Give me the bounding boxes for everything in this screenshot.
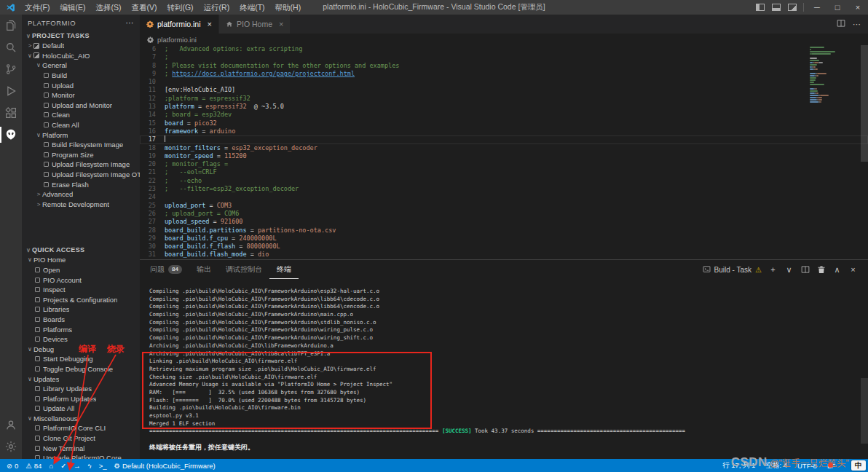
sidebar-item-miscellaneous[interactable]: ∨Miscellaneous — [22, 414, 140, 424]
editor-scrollbar[interactable] — [861, 45, 868, 259]
code-line[interactable]: 17 — [140, 135, 868, 143]
close-icon[interactable]: × — [208, 20, 212, 28]
breadcrumb[interactable]: platformio.ini — [140, 34, 868, 45]
minimap[interactable] — [810, 47, 858, 103]
sidebar-item-upload-filesystem-image[interactable]: Upload Filesystem Image — [22, 160, 140, 170]
code-line[interactable]: 21; --eol=CRLF — [140, 168, 868, 176]
minimize-button[interactable]: ─ — [807, 0, 827, 15]
sidebar-item-platform[interactable]: ∨Platform — [22, 130, 140, 140]
menu-选择-s[interactable]: 选择(S) — [90, 0, 126, 15]
panel-tab-问题[interactable]: 问题84 — [143, 260, 189, 279]
sidebar-item-platforms[interactable]: Platforms — [22, 324, 140, 334]
terminal-picker[interactable]: Build - Task ⚠ — [703, 265, 762, 275]
sidebar-item-upload-filesystem-image-ota[interactable]: Upload Filesystem Image OTA — [22, 170, 140, 180]
source-control-icon[interactable] — [0, 58, 22, 80]
maximize-button[interactable]: □ — [827, 0, 848, 15]
panel-tab-终端[interactable]: 终端 — [269, 260, 299, 279]
sidebar-item-upload-and-monitor[interactable]: Upload and Monitor — [22, 101, 140, 111]
code-line[interactable]: 19monitor_speed = 115200 — [140, 152, 868, 160]
sidebar-item-platform-updates[interactable]: Platform Updates — [22, 393, 140, 404]
section-header-project-tasks[interactable]: ∨PROJECT TASKS — [22, 31, 140, 41]
sidebar-item-debug[interactable]: ∨Debug — [22, 344, 140, 354]
code-line[interactable]: 18monitor_filters = esp32_exception_deco… — [140, 144, 868, 152]
sidebar-item-library-updates[interactable]: Library Updates — [22, 384, 140, 394]
more-actions-icon[interactable]: ⋯ — [853, 20, 861, 29]
sidebar-item-pio-account[interactable]: PIO Account — [22, 275, 140, 285]
layout-sidebar-icon[interactable] — [756, 4, 765, 11]
code-line[interactable]: 30board_build.f_flash = 80000000L — [140, 243, 868, 251]
sidebar-item-erase-flash[interactable]: Erase Flash — [22, 179, 140, 189]
extensions-icon[interactable] — [0, 102, 22, 124]
menu-运行-r[interactable]: 运行(R) — [199, 0, 235, 15]
sidebar-item-build[interactable]: Build — [22, 71, 140, 81]
code-line[interactable]: 14; board = esp32dev — [140, 111, 868, 119]
menu-查看-v[interactable]: 查看(V) — [126, 0, 162, 15]
close-button[interactable]: × — [848, 0, 868, 15]
sidebar-item-monitor[interactable]: Monitor — [22, 90, 140, 101]
problems-errors[interactable]: ⊘0 — [3, 459, 22, 472]
menu-帮助-h[interactable]: 帮助(H) — [270, 0, 307, 15]
code-line[interactable]: 12;platform = espressif32 — [140, 95, 868, 103]
code-line[interactable]: 27upload_speed = 921600 — [140, 218, 868, 226]
sidebar-item-updates[interactable]: ∨Updates — [22, 374, 140, 384]
pio-home-button[interactable]: ⌂ — [45, 459, 57, 472]
sidebar-item-pio-home[interactable]: ∨PIO Home — [22, 255, 140, 265]
sidebar-item-devices[interactable]: Devices — [22, 334, 140, 345]
code-line[interactable]: 31board_build.flash_mode = dio — [140, 251, 868, 259]
sidebar-item-open[interactable]: Open — [22, 265, 140, 275]
settings-icon[interactable] — [0, 436, 22, 457]
code-line[interactable]: 10 — [140, 78, 868, 86]
more-actions-icon[interactable]: ⋯ — [126, 18, 135, 28]
code-line[interactable]: 22; --echo — [140, 177, 868, 185]
menu-转到-g[interactable]: 转到(G) — [162, 0, 198, 15]
sidebar-item-build-filesystem-image[interactable]: Build Filesystem Image — [22, 140, 140, 150]
tab-platformio-ini[interactable]: platformio.ini× — [140, 15, 219, 34]
sidebar-item-projects-configuration[interactable]: Projects & Configuration — [22, 294, 140, 304]
sidebar-item-boards[interactable]: Boards — [22, 315, 140, 325]
sidebar-item-inspect[interactable]: Inspect — [22, 285, 140, 295]
pio-env-button[interactable]: ⚙Default (HoloCubic_Firmware) — [110, 459, 218, 472]
ime-indicator[interactable]: 中 — [851, 460, 866, 471]
layout-panel-icon[interactable] — [772, 4, 781, 11]
code-line[interactable]: 29board_build.f_cpu = 240000000L — [140, 235, 868, 243]
sidebar-item-toggle-debug-console[interactable]: Toggle Debug Console — [22, 364, 140, 374]
breadcrumb-item[interactable]: platformio.ini — [157, 36, 197, 44]
kill-terminal-button[interactable] — [816, 265, 826, 274]
explorer-icon[interactable] — [0, 15, 22, 36]
sidebar-item-new-terminal[interactable]: New Terminal — [22, 443, 140, 453]
pio-upload-button[interactable]: → — [70, 459, 84, 472]
maximize-panel-button[interactable]: ∧ — [832, 265, 842, 275]
code-line[interactable]: 8; Please visit documentation for the ot… — [140, 62, 868, 70]
search-icon[interactable] — [0, 36, 22, 58]
terminal[interactable]: Compiling .pio\build\HoloCubic_AIO\Frame… — [140, 279, 868, 459]
code-line[interactable]: 9; https://docs.platformio.org/page/proj… — [140, 70, 868, 78]
close-panel-button[interactable]: × — [848, 265, 858, 274]
sidebar-item-update-all[interactable]: Update All — [22, 404, 140, 414]
code-line[interactable]: 7; — [140, 53, 868, 61]
code-line[interactable]: 16framework = arduino — [140, 127, 868, 135]
sidebar-item-advanced[interactable]: >Advanced — [22, 189, 140, 200]
account-icon[interactable] — [0, 414, 22, 436]
sidebar-item-libraries[interactable]: Libraries — [22, 304, 140, 315]
pio-new-terminal-button[interactable]: >_ — [95, 459, 111, 472]
pio-build-button[interactable]: ✓ — [57, 459, 70, 472]
sidebar-item-default[interactable]: >Default — [22, 41, 140, 51]
split-editor-icon[interactable] — [837, 19, 845, 29]
scrollbar-thumb[interactable] — [861, 45, 868, 162]
close-icon[interactable]: × — [279, 20, 283, 28]
tab-pio-home[interactable]: PIO Home× — [219, 15, 291, 34]
code-line[interactable]: 6; Advanced options: extra scripting — [140, 45, 868, 53]
sidebar-item-platformio-core-cli[interactable]: PlatformIO Core CLI — [22, 423, 140, 433]
sidebar-item-remote-development[interactable]: >Remote Development — [22, 200, 140, 210]
section-header-quick-access[interactable]: ∨QUICK ACCESS — [22, 245, 140, 255]
sidebar-item-clone-git-project[interactable]: Clone Git Project — [22, 433, 140, 444]
code-line[interactable]: 25upload_port = COM3 — [140, 202, 868, 210]
encoding[interactable]: UTF-8 — [794, 459, 821, 472]
panel-scrollbar[interactable] — [861, 279, 868, 459]
code-line[interactable]: 11[env:HoloCubic_AIO] — [140, 86, 868, 94]
new-terminal-button[interactable]: + — [768, 265, 778, 274]
sidebar-item-start-debugging[interactable]: Start Debugging — [22, 354, 140, 364]
sidebar-item-upgrade-platformio-core[interactable]: Upgrade PlatformIO Core — [22, 453, 140, 459]
sidebar-item-general[interactable]: ∨General — [22, 60, 140, 71]
code-line[interactable]: 23; --filter=esp32_exception_decoder — [140, 185, 868, 193]
